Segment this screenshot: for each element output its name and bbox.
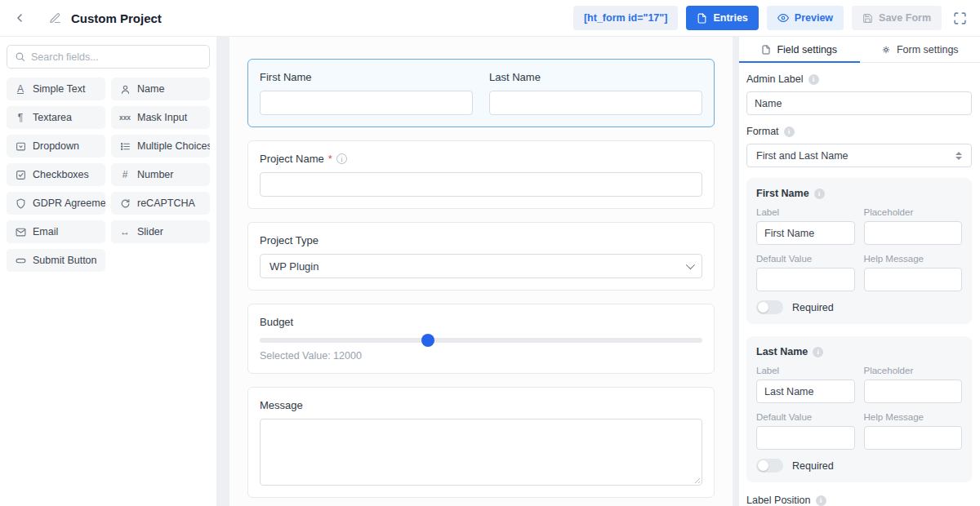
tab-form-settings[interactable]: Form settings	[860, 37, 980, 62]
project-name-input[interactable]	[260, 172, 702, 197]
first-name-placeholder-input[interactable]	[864, 221, 963, 245]
last-name-help-input[interactable]	[864, 426, 963, 450]
name-field-card[interactable]: First Name Last Name	[247, 59, 715, 127]
checkbox-icon	[15, 170, 26, 180]
format-label: Format	[746, 126, 779, 137]
last-name-settings-card: Last Name i Label Placeholder Default Va…	[746, 336, 972, 482]
admin-label-input[interactable]	[746, 91, 972, 115]
field-item-name[interactable]: Name	[111, 78, 210, 100]
settings-tabs: Field settings Form settings	[739, 37, 980, 63]
last-name-input[interactable]	[489, 91, 702, 115]
budget-slider-track[interactable]	[260, 338, 702, 343]
project-name-label: Project Name	[260, 153, 324, 165]
info-icon: i	[816, 495, 826, 506]
field-item-number[interactable]: # Number	[111, 163, 210, 186]
field-item-email[interactable]: Email	[7, 220, 105, 243]
back-icon[interactable]	[13, 11, 26, 24]
field-item-slider[interactable]: ↔ Slider	[111, 220, 210, 243]
resize-grip-icon[interactable]	[693, 476, 700, 483]
field-item-gdpr-agreement[interactable]: GDPR Agreement	[7, 192, 105, 215]
field-item-label: Email	[33, 226, 58, 237]
preview-button[interactable]: Preview	[767, 6, 844, 30]
field-item-dropdown[interactable]: Dropdown	[7, 135, 105, 158]
budget-label: Budget	[260, 316, 702, 328]
project-name-field-card[interactable]: Project Name * i	[247, 140, 715, 209]
message-textarea[interactable]	[260, 419, 702, 486]
field-item-label: Name	[137, 83, 164, 95]
last-name-settings-title: Last Name	[756, 346, 808, 357]
field-item-textarea[interactable]: ¶ Textarea	[7, 106, 105, 129]
format-select[interactable]: First and Last Name	[746, 144, 972, 167]
field-item-simple-text[interactable]: A Simple Text	[7, 78, 105, 100]
tab-label: Field settings	[777, 44, 837, 55]
save-form-button[interactable]: Save Form	[852, 6, 942, 30]
field-item-recaptcha[interactable]: reCAPTCHA	[111, 192, 210, 215]
field-item-multiple-choices[interactable]: Multiple Choices	[111, 135, 210, 158]
paragraph-icon: ¶	[15, 112, 26, 123]
entries-button[interactable]: Entries	[686, 6, 758, 30]
settings-panel: Field settings Form settings Admin Label…	[739, 37, 980, 506]
field-item-submit-button[interactable]: Submit Button	[7, 249, 105, 272]
arrows-icon: ↔	[119, 226, 131, 237]
first-name-label-input[interactable]	[756, 221, 855, 245]
hash-icon: #	[119, 169, 131, 180]
field-item-checkboxes[interactable]: Checkboxes	[7, 163, 105, 186]
field-item-label: Number	[137, 169, 173, 180]
field-item-label: Textarea	[33, 112, 72, 123]
first-name-default-input[interactable]	[756, 268, 855, 291]
project-type-select[interactable]: WP Plugin	[260, 254, 702, 278]
last-name-required-toggle[interactable]	[756, 459, 783, 473]
shield-icon	[15, 198, 26, 209]
search-fields-box[interactable]	[7, 45, 210, 69]
refresh-icon	[119, 198, 131, 209]
field-item-label: GDPR Agreement	[33, 198, 105, 209]
message-label: Message	[260, 399, 702, 411]
field-item-label: Multiple Choices	[137, 140, 210, 152]
last-name-placeholder-input[interactable]	[864, 380, 963, 403]
field-type-grid: A Simple Text Name ¶ Textarea xxx Mask I…	[7, 78, 210, 272]
label-position-label: Label Position	[746, 495, 811, 506]
first-name-label: First Name	[260, 71, 473, 83]
dropdown-icon	[15, 141, 26, 152]
first-name-input[interactable]	[260, 91, 473, 115]
admin-label-label: Admin Label	[746, 73, 804, 85]
placeholder-label: Placeholder	[864, 207, 963, 217]
placeholder-label: Placeholder	[864, 366, 963, 375]
default-value-label: Default Value	[756, 254, 855, 264]
info-icon: i	[814, 189, 825, 199]
last-name-label-input[interactable]	[756, 380, 855, 403]
fullscreen-icon[interactable]	[953, 11, 967, 25]
info-icon: i	[336, 153, 347, 164]
edit-title-icon[interactable]	[49, 12, 61, 24]
list-icon	[119, 141, 131, 152]
text-icon: A	[15, 83, 26, 95]
first-name-required-toggle[interactable]	[756, 300, 783, 314]
search-fields-input[interactable]	[31, 51, 202, 63]
fields-sidebar: A Simple Text Name ¶ Textarea xxx Mask I…	[0, 37, 216, 506]
document-icon	[697, 13, 707, 24]
info-icon: i	[808, 74, 819, 85]
info-icon: i	[813, 347, 823, 357]
field-item-mask-input[interactable]: xxx Mask Input	[111, 106, 210, 129]
project-type-field-card[interactable]: Project Type WP Plugin	[247, 222, 715, 291]
field-item-label: Checkboxes	[33, 169, 89, 180]
tab-field-settings[interactable]: Field settings	[739, 37, 860, 62]
info-icon: i	[784, 126, 795, 137]
first-name-help-input[interactable]	[864, 268, 963, 291]
shortcode-pill[interactable]: [ht_form id="17"]	[573, 6, 679, 30]
last-name-default-input[interactable]	[756, 426, 855, 450]
budget-field-card[interactable]: Budget Selected Value: 12000	[247, 304, 715, 374]
message-field-card[interactable]: Message	[247, 387, 715, 498]
field-item-label: Dropdown	[33, 140, 79, 152]
user-icon	[119, 84, 131, 95]
document-icon	[761, 45, 771, 55]
project-type-value: WP Plugin	[270, 260, 318, 273]
eye-icon	[777, 12, 789, 24]
field-item-label: Mask Input	[137, 112, 187, 123]
help-message-label: Help Message	[864, 254, 963, 264]
project-type-label: Project Type	[260, 234, 702, 246]
chevron-down-icon	[686, 260, 695, 269]
preview-label: Preview	[795, 12, 833, 24]
form-canvas: First Name Last Name Project Name * i Pr…	[229, 37, 733, 506]
budget-slider-thumb[interactable]	[421, 334, 434, 347]
